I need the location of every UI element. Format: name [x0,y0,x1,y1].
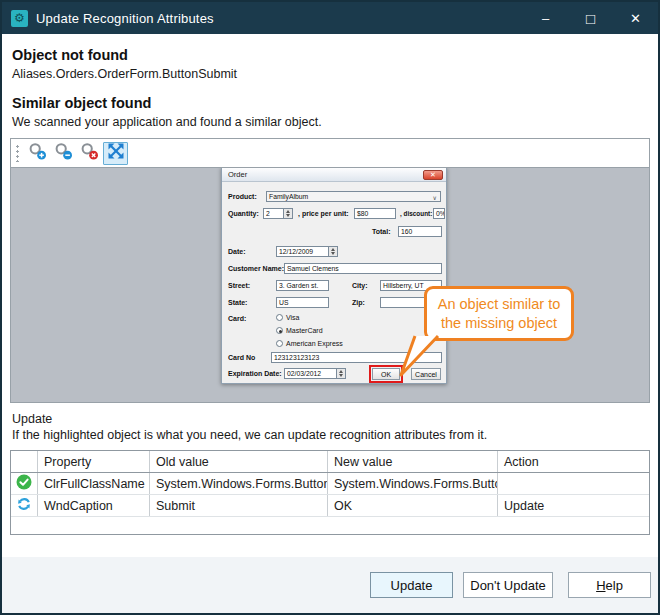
help-button[interactable]: Help [568,572,651,598]
total-label: Total: [372,228,391,235]
quantity-input: 2 [263,208,284,219]
row-status-cell [11,473,38,494]
card-radio-mastercard: MasterCard [276,327,323,334]
card-radio-amex: American Express [276,340,343,347]
zoom-out-icon [54,142,73,165]
city-label: City: [352,282,368,289]
update-section-description: If the highlighted object is what you ne… [12,428,648,442]
maximize-button[interactable]: □ [568,2,613,34]
radio-icon [276,340,283,347]
zip-label: Zip: [352,299,365,306]
fit-to-window-icon [107,142,125,164]
row-old-value: System.Windows.Forms.Button [150,473,328,494]
order-window-title: Order [228,170,247,179]
date-label: Date: [228,248,246,255]
customer-name-input: Samuel Clemens [284,263,442,274]
preview-panel: Order ✕ Product: FamilyAlbum∨ Quantity: … [10,138,650,403]
customer-name-label: Customer Name: [228,265,284,272]
row-status-cell [11,495,38,516]
close-button[interactable]: ✕ [613,2,658,34]
app-gear-icon: ⚙ [11,10,28,27]
row-action: Update [498,495,649,516]
header-action: Action [498,451,649,472]
header-property: Property [38,451,150,472]
check-circle-icon [16,474,32,493]
update-recognition-attributes-dialog: ⚙ Update Recognition Attributes – □ ✕ Ob… [0,0,660,615]
table-header-row: Property Old value New value Action [11,451,649,473]
table-row[interactable]: ClrFullClassName System.Windows.Forms.Bu… [11,473,649,495]
toolbar-grip [15,144,20,162]
expiration-date-spinner [337,368,346,379]
table-row[interactable]: WndCaption Submit OK Update [11,495,649,517]
window-title: Update Recognition Attributes [36,11,214,26]
attributes-table: Property Old value New value Action ClrF… [10,450,650,535]
card-radio-visa: Visa [276,314,300,321]
card-no-label: Card No [228,354,255,361]
preview-toolbar [11,139,649,167]
fit-to-window-button[interactable] [103,142,128,165]
radio-icon [276,314,283,321]
similar-object-description: We scanned your application and found a … [12,115,648,129]
expiration-date-input: 02/03/2012 [284,368,337,379]
order-titlebar: Order ✕ [222,168,446,182]
zoom-off-button[interactable] [77,142,102,165]
minimize-button[interactable]: – [523,2,568,34]
zoom-off-icon [80,142,99,165]
row-action [498,473,649,494]
discount-label: , discount: [400,210,432,217]
discount-input: 0% [433,208,445,219]
street-label: Street: [228,282,250,289]
titlebar: ⚙ Update Recognition Attributes – □ ✕ [2,2,658,34]
street-input: 3. Garden st. [276,280,329,291]
dialog-content: Object not found Aliases.Orders.OrderFor… [2,34,658,557]
update-section-label: Update [12,412,648,426]
quantity-spinner [284,208,293,219]
zoom-out-button[interactable] [51,142,76,165]
header-icon-column [11,451,38,472]
row-old-value: Submit [150,495,328,516]
callout-tail-icon [394,333,449,379]
object-not-found-heading: Object not found [12,47,648,63]
product-label: Product: [228,193,257,200]
quantity-label: Quantity: [228,210,259,217]
missing-object-alias: Aliases.Orders.OrderForm.ButtonSubmit [12,67,648,81]
row-property: WndCaption [38,495,150,516]
header-old-value: Old value [150,451,328,472]
row-property: ClrFullClassName [38,473,150,494]
header-new-value: New value [328,451,498,472]
row-new-value: System.Windows.Forms.Button [328,473,498,494]
dont-update-button[interactable]: Don't Update [463,572,553,598]
product-combobox: FamilyAlbum∨ [266,191,441,202]
state-label: State: [228,299,247,306]
combo-arrow-icon: ∨ [433,194,437,202]
expiration-date-label: Expiration Date: [228,370,282,377]
order-close-icon: ✕ [423,170,443,180]
date-input: 12/12/2009 [276,246,329,257]
zoom-in-button[interactable] [25,142,50,165]
state-input: US [276,297,329,308]
card-label: Card: [228,315,246,322]
preview-canvas: Order ✕ Product: FamilyAlbum∨ Quantity: … [11,167,649,402]
price-input: $80 [354,208,396,219]
similar-object-heading: Similar object found [12,95,648,111]
update-button[interactable]: Update [370,572,453,598]
total-input: 160 [398,226,442,237]
zoom-in-icon [28,142,47,165]
refresh-icon [16,496,32,515]
radio-selected-icon [276,327,283,334]
row-new-value: OK [328,495,498,516]
price-label: , price per unit: [298,210,349,217]
footer-bar: Update Don't Update Help [2,557,658,613]
date-spinner [329,246,338,257]
